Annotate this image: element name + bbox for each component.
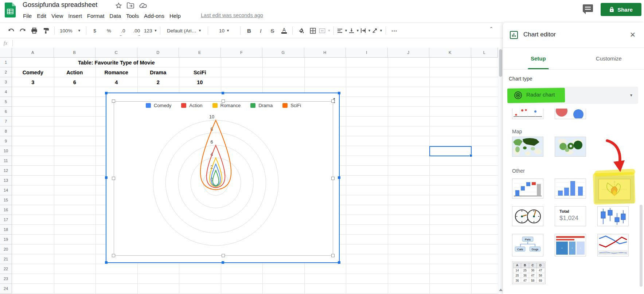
text-wrap-button[interactable]: ▼ <box>360 25 371 36</box>
sheet-vertical-scrollbar[interactable] <box>498 48 503 294</box>
redo-button[interactable] <box>17 25 28 36</box>
menu-insert[interactable]: Insert <box>66 12 85 20</box>
borders-button[interactable] <box>307 25 318 36</box>
chart-area-handle[interactable] <box>112 254 115 257</box>
resize-handle[interactable] <box>222 92 224 94</box>
fill-handle[interactable] <box>469 154 472 157</box>
resize-handle[interactable] <box>338 261 340 264</box>
thumb-scorecard-chart[interactable]: Total $1,024 <box>555 206 586 226</box>
column-header-G[interactable]: G <box>262 48 304 58</box>
thumb-table-chart[interactable]: ABCD142536472536475836475869 <box>512 262 546 284</box>
tab-setup[interactable]: Setup <box>503 47 574 69</box>
row-header-19[interactable]: 19 <box>0 235 12 244</box>
select-all-corner[interactable] <box>0 48 12 58</box>
cell-value-2[interactable]: 4 <box>95 77 137 87</box>
thumb-candlestick-chart[interactable] <box>597 206 629 226</box>
column-header-E[interactable]: E <box>179 48 221 58</box>
chart-area-handle[interactable] <box>112 177 115 180</box>
column-header-A[interactable]: A <box>12 48 54 58</box>
resize-handle[interactable] <box>338 92 340 94</box>
thumb-gauge-chart[interactable] <box>512 206 543 226</box>
thumb-waterfall-chart[interactable] <box>512 179 543 199</box>
column-header-D[interactable]: D <box>137 48 179 58</box>
column-header-K[interactable]: K <box>429 48 471 58</box>
row-header-14[interactable]: 14 <box>0 185 12 195</box>
zoom-select[interactable]: 100%▼ <box>58 25 83 36</box>
row-header-12[interactable]: 12 <box>0 166 12 176</box>
bold-button[interactable]: B <box>243 25 254 36</box>
menu-tools[interactable]: Tools <box>124 12 141 20</box>
move-folder-icon[interactable] <box>127 2 134 9</box>
more-formats-button[interactable]: 123▼ <box>144 25 157 36</box>
cell-value-0[interactable]: 3 <box>12 77 54 87</box>
thumb-geo-chart[interactable] <box>512 137 543 157</box>
resize-handle[interactable] <box>338 176 340 179</box>
row-header-17[interactable]: 17 <box>0 215 12 225</box>
row-header-8[interactable]: 8 <box>0 126 12 136</box>
column-header-H[interactable]: H <box>304 48 346 58</box>
row-header-18[interactable]: 18 <box>0 225 12 235</box>
more-toolbar-button[interactable]: ⋯ <box>389 25 400 36</box>
text-color-button[interactable]: A <box>278 25 289 36</box>
collapse-toolbar-icon[interactable]: ⌃ <box>489 26 493 32</box>
undo-button[interactable] <box>5 25 16 36</box>
resize-handle[interactable] <box>105 261 108 264</box>
row-header-2[interactable]: 2 <box>0 67 12 77</box>
menu-edit[interactable]: Edit <box>34 12 49 20</box>
menu-file[interactable]: File <box>20 12 34 20</box>
embedded-chart[interactable]: ComedyActionRomanceDramaSciFi ••• 108642… <box>106 93 340 263</box>
row-header-6[interactable]: 6 <box>0 107 12 117</box>
cell-header-drama[interactable]: Drama <box>137 67 179 77</box>
cloud-saved-icon[interactable] <box>139 2 147 8</box>
tab-customize[interactable]: Customize <box>574 47 644 69</box>
sheets-logo-icon[interactable] <box>5 3 16 17</box>
thumb-treemap-chart[interactable] <box>555 234 586 256</box>
cell-value-1[interactable]: 6 <box>54 77 96 87</box>
panel-scrollbar-thumb[interactable] <box>640 205 643 287</box>
share-button[interactable]: Share <box>601 3 641 16</box>
thumb-geo-marker-chart[interactable] <box>555 137 586 157</box>
cell-header-action[interactable]: Action <box>54 67 96 77</box>
paint-format-button[interactable] <box>40 25 51 36</box>
format-currency-button[interactable]: $ <box>89 25 100 36</box>
increase-decimals-button[interactable]: .00→ <box>131 25 142 36</box>
row-header-5[interactable]: 5 <box>0 97 12 107</box>
menu-addons[interactable]: Add-ons <box>141 12 167 20</box>
star-icon[interactable] <box>115 2 122 9</box>
row-header-20[interactable]: 20 <box>0 244 12 254</box>
column-header-C[interactable]: C <box>95 48 137 58</box>
chart-area-handle[interactable] <box>331 254 335 257</box>
row-header-15[interactable]: 15 <box>0 195 12 205</box>
row-header-10[interactable]: 10 <box>0 146 12 156</box>
horizontal-align-button[interactable]: ▼ <box>337 25 348 36</box>
formula-bar[interactable]: fx <box>0 38 503 48</box>
document-title[interactable]: Gossipfunda spreadsheet <box>23 1 97 9</box>
thumb-radar-chart-selected[interactable]: 105 <box>598 179 631 200</box>
row-header-4[interactable]: 4 <box>0 87 12 97</box>
row-header-13[interactable]: 13 <box>0 176 12 185</box>
thumb-timeline-chart[interactable] <box>597 234 629 256</box>
resize-handle[interactable] <box>105 176 108 179</box>
row-header-3[interactable]: 3 <box>0 77 12 87</box>
font-size-select[interactable]: 10▼ <box>211 25 237 36</box>
row-header-9[interactable]: 9 <box>0 136 12 146</box>
column-header-I[interactable]: I <box>346 48 388 58</box>
format-percent-button[interactable]: % <box>104 25 114 36</box>
font-select[interactable]: Default (Ari…▼ <box>163 25 205 36</box>
row-header-22[interactable]: 22 <box>0 264 12 274</box>
chart-type-dropdown[interactable]: Radar chart ▼ <box>509 87 638 104</box>
chart-area-handle[interactable] <box>222 99 225 103</box>
thumb-scatter-chart[interactable] <box>512 109 543 119</box>
menu-data[interactable]: Data <box>107 12 124 20</box>
decrease-decimals-button[interactable]: .0← <box>118 25 129 36</box>
vertical-align-button[interactable]: ▼ <box>348 25 359 36</box>
row-header-21[interactable]: 21 <box>0 254 12 264</box>
text-rotation-button[interactable]: ▼ <box>372 25 383 36</box>
column-header-L[interactable]: L <box>471 48 498 58</box>
chart-area-handle[interactable] <box>222 254 225 257</box>
row-header-16[interactable]: 16 <box>0 205 12 215</box>
resize-handle[interactable] <box>222 261 224 264</box>
cell-header-scifi[interactable]: SciFi <box>179 67 221 77</box>
row-header-23[interactable]: 23 <box>0 274 12 284</box>
resize-handle[interactable] <box>105 92 108 94</box>
